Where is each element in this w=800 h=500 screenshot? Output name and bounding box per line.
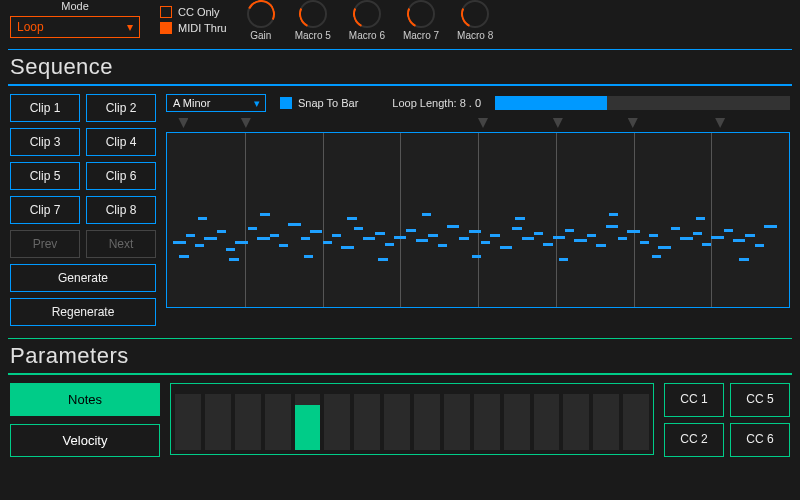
macro8-knob[interactable] xyxy=(461,0,489,28)
midi-note[interactable] xyxy=(204,237,216,240)
midi-note[interactable] xyxy=(270,234,279,237)
cc-only-checkbox[interactable] xyxy=(160,6,172,18)
midi-note[interactable] xyxy=(438,244,447,247)
midi-note[interactable] xyxy=(186,234,195,237)
midi-note[interactable] xyxy=(378,258,387,261)
midi-note[interactable] xyxy=(301,237,310,240)
parameter-bar[interactable] xyxy=(235,394,261,450)
midi-note[interactable] xyxy=(559,258,568,261)
midi-note[interactable] xyxy=(341,246,353,249)
midi-note[interactable] xyxy=(323,241,332,244)
midi-note[interactable] xyxy=(347,217,356,220)
parameter-bar[interactable] xyxy=(623,394,649,450)
parameter-bar[interactable] xyxy=(324,394,350,450)
regenerate-button[interactable]: Regenerate xyxy=(10,298,156,326)
macro5-knob[interactable] xyxy=(299,0,327,28)
midi-note[interactable] xyxy=(596,244,605,247)
timeline-marker[interactable] xyxy=(715,118,725,128)
midi-note[interactable] xyxy=(618,237,627,240)
midi-note[interactable] xyxy=(406,229,415,232)
midi-note[interactable] xyxy=(500,246,512,249)
clip-3-button[interactable]: Clip 3 xyxy=(10,128,80,156)
midi-note[interactable] xyxy=(469,230,481,233)
midi-note[interactable] xyxy=(745,234,754,237)
midi-note[interactable] xyxy=(764,225,776,228)
midi-note[interactable] xyxy=(671,227,680,230)
midi-note[interactable] xyxy=(739,258,748,261)
timeline-marker[interactable] xyxy=(553,118,563,128)
midi-note[interactable] xyxy=(606,225,618,228)
midi-note[interactable] xyxy=(459,237,468,240)
loop-length-slider[interactable] xyxy=(495,96,790,110)
midi-note[interactable] xyxy=(248,227,257,230)
midi-note[interactable] xyxy=(733,239,745,242)
midi-note[interactable] xyxy=(512,227,521,230)
midi-note[interactable] xyxy=(640,241,649,244)
midi-note[interactable] xyxy=(702,243,711,246)
midi-note[interactable] xyxy=(416,239,428,242)
mode-select[interactable]: Loop xyxy=(10,16,140,38)
midi-note[interactable] xyxy=(279,244,288,247)
midi-note[interactable] xyxy=(217,230,226,233)
velocity-tab-button[interactable]: Velocity xyxy=(10,424,160,457)
next-button[interactable]: Next xyxy=(86,230,156,258)
scale-select[interactable]: A Minor xyxy=(166,94,266,112)
midi-note[interactable] xyxy=(394,236,406,239)
midi-note[interactable] xyxy=(304,255,313,258)
cc2-button[interactable]: CC 2 xyxy=(664,423,724,457)
midi-note[interactable] xyxy=(649,234,658,237)
clip-6-button[interactable]: Clip 6 xyxy=(86,162,156,190)
parameter-bar[interactable] xyxy=(444,394,470,450)
parameter-bar[interactable] xyxy=(593,394,619,450)
midi-note[interactable] xyxy=(724,229,733,232)
parameter-bar[interactable] xyxy=(384,394,410,450)
cc1-button[interactable]: CC 1 xyxy=(664,383,724,417)
midi-note[interactable] xyxy=(755,244,764,247)
midi-note[interactable] xyxy=(288,223,300,226)
prev-button[interactable]: Prev xyxy=(10,230,80,258)
midi-note[interactable] xyxy=(522,237,534,240)
midi-note[interactable] xyxy=(574,239,586,242)
timeline-marker[interactable] xyxy=(241,118,251,128)
midi-note[interactable] xyxy=(428,234,437,237)
midi-note[interactable] xyxy=(363,237,375,240)
midi-note[interactable] xyxy=(332,234,341,237)
midi-note[interactable] xyxy=(179,255,188,258)
parameter-bar[interactable] xyxy=(414,394,440,450)
clip-8-button[interactable]: Clip 8 xyxy=(86,196,156,224)
parameter-bar[interactable] xyxy=(265,394,291,450)
macro7-knob[interactable] xyxy=(407,0,435,28)
piano-roll[interactable] xyxy=(166,132,790,308)
parameter-bar[interactable] xyxy=(205,394,231,450)
midi-note[interactable] xyxy=(543,243,552,246)
midi-note[interactable] xyxy=(534,232,543,235)
midi-note[interactable] xyxy=(422,213,431,216)
cc5-button[interactable]: CC 5 xyxy=(730,383,790,417)
timeline-marker[interactable] xyxy=(628,118,638,128)
midi-note[interactable] xyxy=(310,230,322,233)
midi-note[interactable] xyxy=(696,217,705,220)
midi-note[interactable] xyxy=(587,234,596,237)
parameter-bar[interactable] xyxy=(563,394,589,450)
parameter-bar[interactable] xyxy=(474,394,500,450)
midi-note[interactable] xyxy=(257,237,269,240)
midi-note[interactable] xyxy=(447,225,459,228)
midi-note[interactable] xyxy=(565,229,574,232)
midi-note[interactable] xyxy=(226,248,235,251)
timeline-marker[interactable] xyxy=(478,118,488,128)
cc6-button[interactable]: CC 6 xyxy=(730,423,790,457)
clip-5-button[interactable]: Clip 5 xyxy=(10,162,80,190)
midi-note[interactable] xyxy=(481,241,490,244)
clip-1-button[interactable]: Clip 1 xyxy=(10,94,80,122)
timeline-marker[interactable] xyxy=(178,118,188,128)
macro6-knob[interactable] xyxy=(353,0,381,28)
parameter-bar[interactable] xyxy=(295,394,321,450)
clip-2-button[interactable]: Clip 2 xyxy=(86,94,156,122)
midi-note[interactable] xyxy=(235,241,247,244)
parameter-bar[interactable] xyxy=(354,394,380,450)
parameter-bar[interactable] xyxy=(175,394,201,450)
parameter-bar[interactable] xyxy=(504,394,530,450)
midi-note[interactable] xyxy=(680,237,692,240)
snap-to-bar-checkbox[interactable] xyxy=(280,97,292,109)
generate-button[interactable]: Generate xyxy=(10,264,156,292)
